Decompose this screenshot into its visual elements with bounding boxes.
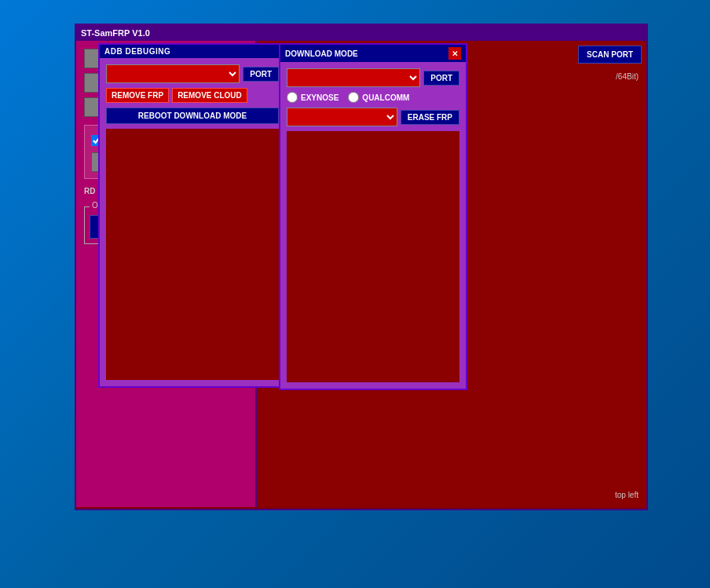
dl-content: PORT EXYNOSE QUALCOMM ERASE FRP bbox=[280, 62, 466, 389]
dl-close-button[interactable]: ✕ bbox=[448, 47, 461, 60]
reboot-download-button[interactable]: REBOOT DOWNLOAD MODE bbox=[106, 108, 279, 124]
dl-port-button[interactable]: PORT bbox=[423, 71, 459, 86]
erase-frp-button[interactable]: ERASE FRP bbox=[401, 110, 459, 125]
adb-debug-dialog: ADB DEBUGING PORT REMOVE FRP REMOVE CLOU… bbox=[98, 43, 287, 388]
scan-port-button[interactable]: SCAN PORT bbox=[578, 46, 642, 64]
desktop: ST-SamFRP V1.0 OPEN USB CHECK D ENABLE E… bbox=[0, 0, 710, 588]
dl-port-select[interactable] bbox=[287, 68, 420, 87]
win64-label: /64Bit) bbox=[616, 72, 639, 81]
adb-title: ADB DEBUGING bbox=[104, 47, 170, 56]
exynose-radio[interactable] bbox=[287, 92, 298, 103]
top-left-label: top left bbox=[615, 491, 639, 499]
remove-frp-button[interactable]: REMOVE FRP bbox=[106, 88, 169, 103]
download-mode-dialog: DOWNLOAD MODE ✕ PORT EXYNOSE QUALCOMM bbox=[279, 43, 467, 390]
exynose-radio-item: EXYNOSE bbox=[287, 92, 339, 103]
adb-port-select[interactable] bbox=[106, 64, 240, 83]
adb-content: PORT REMOVE FRP REMOVE CLOUD REBOOT DOWN… bbox=[100, 58, 285, 386]
qualcomm-radio[interactable] bbox=[348, 92, 359, 103]
adb-title-bar: ADB DEBUGING bbox=[100, 45, 285, 58]
chip-radio-row: EXYNOSE QUALCOMM bbox=[287, 92, 459, 103]
adb-log-area bbox=[106, 129, 279, 380]
main-title-bar: ST-SamFRP V1.0 bbox=[76, 25, 646, 41]
exynose-label: EXYNOSE bbox=[301, 93, 339, 102]
dl-title: DOWNLOAD MODE bbox=[285, 49, 358, 58]
qualcomm-label: QUALCOMM bbox=[362, 93, 409, 102]
erase-frp-select[interactable] bbox=[287, 108, 397, 126]
adb-port-row: PORT bbox=[106, 64, 279, 83]
main-title: ST-SamFRP V1.0 bbox=[81, 28, 150, 38]
adb-actions-row: REMOVE FRP REMOVE CLOUD bbox=[106, 88, 279, 103]
dl-title-bar: DOWNLOAD MODE ✕ bbox=[280, 45, 466, 62]
adb-port-button[interactable]: PORT bbox=[243, 67, 279, 82]
dl-log-area bbox=[287, 131, 459, 382]
erase-frp-row: ERASE FRP bbox=[287, 108, 459, 126]
dl-port-row: PORT bbox=[287, 68, 459, 87]
qualcomm-radio-item: QUALCOMM bbox=[348, 92, 409, 103]
remove-cloud-button[interactable]: REMOVE CLOUD bbox=[172, 88, 247, 103]
